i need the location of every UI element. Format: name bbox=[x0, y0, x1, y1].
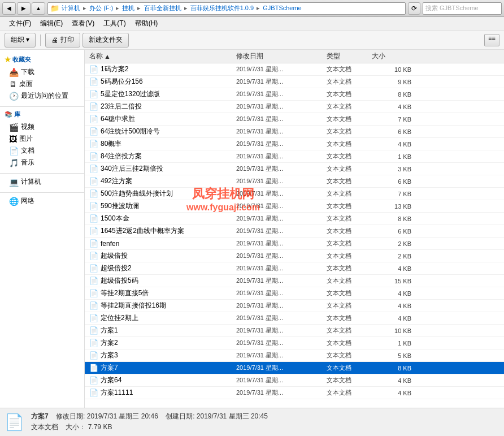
table-row[interactable]: 📄 方案64 2019/7/31 星期... 文本文档 4 KB bbox=[85, 374, 504, 387]
file-icon: 📄 bbox=[89, 388, 98, 398]
file-icon: 📄 bbox=[89, 376, 98, 385]
organize-button[interactable]: 组织 ▾ bbox=[5, 33, 36, 48]
file-name-cell: 📄 340注后三挂2期倍投 bbox=[89, 164, 236, 174]
sidebar-item-download[interactable]: 📥 下载 bbox=[0, 66, 84, 78]
view-toggle-button[interactable]: ≡≡ bbox=[484, 34, 499, 46]
table-row[interactable]: 📄 超级倍投5码 2019/7/31 星期... 文本文档 15 KB bbox=[85, 275, 504, 287]
header-name[interactable]: 名称 ▲ bbox=[89, 51, 236, 61]
menu-bar: 文件(F) 编辑(E) 查看(V) 工具(T) 帮助(H) bbox=[0, 17, 504, 31]
table-row[interactable]: 📄 340注后三挂2期倍投 2019/7/31 星期... 文本文档 3 KB bbox=[85, 163, 504, 175]
table-row[interactable]: 📄 1500本金 2019/7/31 星期... 文本文档 8 KB bbox=[85, 213, 504, 225]
menu-file[interactable]: 文件(F) bbox=[5, 18, 36, 29]
table-row[interactable]: 📄 等挂2期直接倍投16期 2019/7/31 星期... 文本文档 4 KB bbox=[85, 300, 504, 312]
sidebar-item-pictures[interactable]: 🖼 图片 bbox=[0, 133, 84, 145]
table-row[interactable]: 📄 64稳中求胜 2019/7/31 星期... 文本文档 7 KB bbox=[85, 113, 504, 126]
file-name-cell: 📄 64稳中求胜 bbox=[89, 114, 236, 124]
file-icon: 📄 bbox=[89, 301, 98, 310]
file-type: 文本文档 bbox=[327, 227, 372, 235]
table-row[interactable]: 📄 方案7 2019/7/31 星期... 文本文档 8 KB bbox=[85, 362, 504, 374]
sidebar-item-recent[interactable]: 🕐 最近访问的位置 bbox=[0, 90, 84, 102]
computer-section: 💻 计算机 bbox=[0, 176, 84, 188]
file-type: 文本文档 bbox=[327, 165, 372, 173]
status-create-value: 2019/7/31 星期三 20:45 bbox=[197, 412, 268, 420]
sidebar-item-documents[interactable]: 📄 文档 bbox=[0, 145, 84, 157]
file-icon: 📄 bbox=[89, 115, 98, 124]
file-date: 2019/7/31 星期... bbox=[236, 289, 327, 297]
file-name-cell: 📄 fenfen bbox=[89, 239, 236, 248]
library-title[interactable]: 📚 库 bbox=[0, 109, 84, 121]
sort-icon: ▲ bbox=[104, 53, 111, 61]
status-type-line: 文本文档 大小： 7.79 KB bbox=[31, 422, 268, 432]
file-type: 文本文档 bbox=[327, 289, 372, 297]
table-row[interactable]: 📄 1码方案2 2019/7/31 星期... 文本文档 10 KB bbox=[85, 63, 504, 76]
file-icon: 📄 bbox=[89, 314, 98, 323]
file-name-cell: 📄 5星定位1320过滤版 bbox=[89, 89, 236, 99]
table-row[interactable]: 📄 500注趋势曲线外接计划 2019/7/31 星期... 文本文档 7 KB bbox=[85, 188, 504, 200]
table-row[interactable]: 📄 方案3 2019/7/31 星期... 文本文档 5 KB bbox=[85, 349, 504, 362]
table-row[interactable]: 📄 590推波助澜 2019/7/31 星期... 文本文档 13 KB bbox=[85, 200, 504, 213]
sidebar-item-network[interactable]: 🌐 网络 bbox=[0, 195, 84, 207]
sidebar-item-desktop[interactable]: 🖥 桌面 bbox=[0, 78, 84, 90]
table-row[interactable]: 📄 定位挂2期上 2019/7/31 星期... 文本文档 4 KB bbox=[85, 312, 504, 325]
file-type: 文本文档 bbox=[327, 364, 372, 372]
file-type: 文本文档 bbox=[327, 102, 372, 111]
sidebar-item-music[interactable]: 🎵 音乐 bbox=[0, 157, 84, 169]
table-row[interactable]: 📄 80概率 2019/7/31 星期... 文本文档 4 KB bbox=[85, 138, 504, 150]
file-icon: 📄 bbox=[89, 77, 98, 87]
up-button[interactable]: ▲ bbox=[32, 2, 45, 15]
header-type[interactable]: 类型 bbox=[327, 51, 372, 61]
status-info: 方案7 修改日期: 2019/7/31 星期三 20:46 创建日期: 2019… bbox=[31, 412, 268, 433]
file-name: 84注倍投方案 bbox=[101, 152, 142, 161]
table-row[interactable]: 📄 64注统计500期冷号 2019/7/31 星期... 文本文档 6 KB bbox=[85, 126, 504, 138]
open-button[interactable]: 🖨 打印 bbox=[45, 33, 80, 48]
file-type: 文本文档 bbox=[327, 177, 372, 185]
network-icon: 🌐 bbox=[9, 197, 19, 206]
file-name-cell: 📄 方案7 bbox=[89, 363, 236, 373]
table-row[interactable]: 📄 超级倍投2 2019/7/31 星期... 文本文档 4 KB bbox=[85, 262, 504, 275]
sidebar-item-video[interactable]: 🎬 视频 bbox=[0, 121, 84, 133]
file-name-cell: 📄 超级倍投5码 bbox=[89, 276, 236, 286]
refresh-button[interactable]: ⟳ bbox=[408, 2, 420, 15]
table-row[interactable]: 📄 84注倍投方案 2019/7/31 星期... 文本文档 1 KB bbox=[85, 150, 504, 163]
sidebar-item-computer[interactable]: 💻 计算机 bbox=[0, 176, 84, 188]
file-icon: 📄 bbox=[89, 102, 98, 111]
network-section: 🌐 网络 bbox=[0, 195, 84, 207]
menu-edit[interactable]: 编辑(E) bbox=[36, 18, 67, 29]
file-name-cell: 📄 64注统计500期冷号 bbox=[89, 127, 236, 136]
table-row[interactable]: 📄 等挂2期直接5倍 2019/7/31 星期... 文本文档 4 KB bbox=[85, 287, 504, 300]
back-button[interactable]: ◀ bbox=[2, 2, 16, 15]
table-row[interactable]: 📄 超级倍投 2019/7/31 星期... 文本文档 2 KB bbox=[85, 250, 504, 262]
table-row[interactable]: 📄 5星定位1320过滤版 2019/7/31 星期... 文本文档 8 KB bbox=[85, 88, 504, 101]
file-type: 文本文档 bbox=[327, 189, 372, 198]
table-row[interactable]: 📄 方案2 2019/7/31 星期... 文本文档 1 KB bbox=[85, 337, 504, 349]
sidebar: ★ 收藏夹 📥 下载 🖥 桌面 🕐 最近访问的位置 📚 库 bbox=[0, 50, 85, 408]
table-row[interactable]: 📄 5码易位分156 2019/7/31 星期... 文本文档 9 KB bbox=[85, 76, 504, 88]
header-size[interactable]: 大小 bbox=[372, 51, 411, 61]
menu-help[interactable]: 帮助(H) bbox=[131, 18, 163, 29]
file-type: 文本文档 bbox=[327, 65, 372, 74]
forward-button[interactable]: ▶ bbox=[17, 2, 31, 15]
menu-view[interactable]: 查看(V) bbox=[67, 18, 99, 29]
address-bar[interactable]: 📁 计算机 ▸ 办公 (F:) ▸ 挂机 ▸ 百菲全新挂机 ▸ 百菲娱乐挂机软件… bbox=[47, 2, 406, 15]
file-type: 文本文档 bbox=[327, 388, 372, 397]
file-type: 文本文档 bbox=[327, 252, 372, 260]
header-date[interactable]: 修改日期 bbox=[236, 51, 327, 61]
file-icon: 📄 bbox=[89, 152, 98, 161]
search-bar[interactable]: 搜索 GJBTScheme bbox=[423, 2, 502, 15]
file-date: 2019/7/31 星期... bbox=[236, 214, 327, 223]
folder-icon: 📁 bbox=[50, 4, 59, 12]
table-row[interactable]: 📄 1645进2返2曲线中概率方案 2019/7/31 星期... 文本文档 6… bbox=[85, 225, 504, 238]
table-row[interactable]: 📄 方案11111 2019/7/31 星期... 文本文档 4 KB bbox=[85, 387, 504, 399]
table-row[interactable]: 📄 23注后二倍投 2019/7/31 星期... 文本文档 4 KB bbox=[85, 101, 504, 113]
status-type: 文本文档 bbox=[31, 423, 58, 431]
table-row[interactable]: 📄 方案1 2019/7/31 星期... 文本文档 10 KB bbox=[85, 325, 504, 337]
menu-tools[interactable]: 工具(T) bbox=[99, 18, 130, 29]
table-row[interactable]: 📄 492注方案 2019/7/31 星期... 文本文档 6 KB bbox=[85, 175, 504, 188]
favorites-title[interactable]: ★ 收藏夹 bbox=[0, 54, 84, 66]
new-folder-button[interactable]: 新建文件夹 bbox=[82, 33, 129, 48]
file-date: 2019/7/31 星期... bbox=[236, 127, 327, 136]
file-type: 文本文档 bbox=[327, 77, 372, 86]
table-row[interactable]: 📄 fenfen 2019/7/31 星期... 文本文档 2 KB bbox=[85, 238, 504, 250]
file-type: 文本文档 bbox=[327, 314, 372, 322]
file-area: 凤穿挂机网 www.fyguaji.com 名称 ▲ 修改日期 类型 大小 📄 … bbox=[85, 50, 504, 408]
